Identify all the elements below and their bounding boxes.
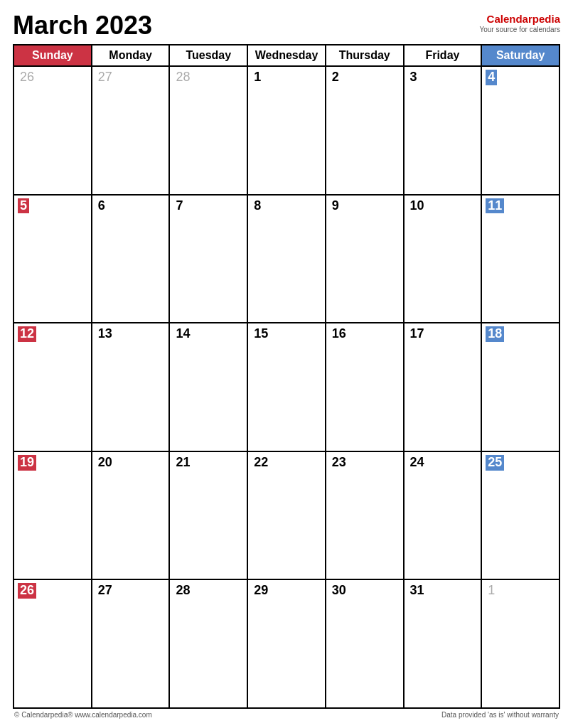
day-number: 14 — [173, 326, 192, 342]
day-cell[interactable]: 4 — [482, 67, 560, 194]
brand-name: Calendarpedia — [479, 13, 560, 26]
day-cell[interactable]: 27 — [92, 580, 171, 707]
day-number: 10 — [408, 198, 427, 214]
day-cell[interactable]: 31 — [405, 580, 483, 707]
calendar-grid: SundayMondayTuesdayWednesdayThursdayFrid… — [13, 44, 560, 709]
day-cell[interactable]: 16 — [326, 323, 405, 451]
day-cell[interactable]: 27 — [92, 67, 171, 194]
day-cell[interactable]: 6 — [92, 196, 171, 323]
day-number: 27 — [96, 583, 114, 599]
page-header: March 2023 Calendarpedia Your source for… — [13, 13, 560, 38]
day-number: 5 — [18, 198, 29, 214]
day-number: 31 — [408, 583, 427, 599]
day-number: 26 — [18, 583, 36, 599]
day-cell[interactable]: 3 — [405, 67, 483, 194]
col-header-monday: Monday — [92, 46, 171, 65]
day-cell[interactable]: 12 — [14, 323, 92, 451]
day-cell[interactable]: 9 — [326, 196, 405, 323]
day-number: 11 — [486, 198, 504, 214]
day-cell[interactable]: 30 — [326, 580, 405, 707]
day-number: 23 — [330, 455, 348, 471]
day-number: 4 — [486, 70, 497, 85]
day-number: 2 — [330, 70, 341, 85]
day-cell[interactable]: 28 — [170, 67, 248, 194]
day-number: 15 — [252, 326, 270, 342]
col-header-thursday: Thursday — [326, 46, 405, 65]
week-row-2: 12131415161718 — [14, 323, 560, 452]
day-cell[interactable]: 15 — [248, 323, 326, 451]
day-cell[interactable]: 20 — [92, 452, 171, 579]
day-cell[interactable]: 21 — [170, 452, 248, 579]
brand-red: pedia — [532, 13, 560, 25]
day-number: 9 — [330, 198, 341, 214]
day-cell[interactable]: 14 — [170, 323, 248, 451]
calendar-body: 2627281234567891011121314151617181920212… — [14, 67, 560, 709]
day-cell[interactable]: 22 — [248, 452, 326, 579]
day-number: 22 — [252, 455, 270, 471]
day-number: 17 — [408, 326, 427, 342]
day-number: 3 — [408, 70, 419, 85]
day-cell[interactable]: 24 — [405, 452, 483, 579]
week-row-4: 2627282930311 — [14, 580, 560, 709]
day-number: 12 — [18, 326, 36, 342]
day-number: 13 — [96, 326, 114, 342]
month-title: March 2023 — [13, 13, 152, 38]
calendar-header-row: SundayMondayTuesdayWednesdayThursdayFrid… — [14, 46, 560, 67]
day-cell[interactable]: 10 — [405, 196, 483, 323]
day-number: 28 — [173, 70, 192, 85]
day-number: 29 — [252, 583, 270, 599]
page-footer: © Calendarpedia® www.calendarpedia.com D… — [13, 709, 560, 721]
day-number: 28 — [173, 583, 192, 599]
day-cell[interactable]: 1 — [482, 580, 560, 707]
col-header-wednesday: Wednesday — [248, 46, 326, 65]
day-cell[interactable]: 25 — [482, 452, 560, 579]
day-cell[interactable]: 19 — [14, 452, 92, 579]
col-header-sunday: Sunday — [14, 46, 92, 65]
week-row-0: 2627281234 — [14, 67, 560, 196]
day-number: 19 — [18, 455, 36, 471]
brand-black: Calendar — [487, 13, 532, 25]
day-cell[interactable]: 13 — [92, 323, 171, 451]
day-number: 20 — [96, 455, 114, 471]
day-cell[interactable]: 1 — [248, 67, 326, 194]
footer-left: © Calendarpedia® www.calendarpedia.com — [14, 711, 152, 719]
day-cell[interactable]: 11 — [482, 196, 560, 323]
brand-logo: Calendarpedia Your source for calendars — [479, 13, 560, 34]
day-cell[interactable]: 26 — [14, 580, 92, 707]
day-cell[interactable]: 8 — [248, 196, 326, 323]
day-cell[interactable]: 26 — [14, 67, 92, 194]
day-number: 27 — [96, 70, 114, 85]
day-number: 21 — [173, 455, 192, 471]
week-row-3: 19202122232425 — [14, 452, 560, 581]
day-number: 25 — [486, 455, 504, 471]
day-number: 6 — [96, 198, 107, 214]
footer-right: Data provided 'as is' without warranty — [441, 711, 559, 719]
day-number: 1 — [252, 70, 263, 85]
day-cell[interactable]: 23 — [326, 452, 405, 579]
day-number: 7 — [173, 198, 185, 214]
day-cell[interactable]: 18 — [482, 323, 560, 451]
day-cell[interactable]: 7 — [170, 196, 248, 323]
day-cell[interactable]: 17 — [405, 323, 483, 451]
day-number: 18 — [486, 326, 504, 342]
day-number: 16 — [330, 326, 348, 342]
day-cell[interactable]: 5 — [14, 196, 92, 323]
day-number: 24 — [408, 455, 427, 471]
calendar-page: March 2023 Calendarpedia Your source for… — [0, 0, 573, 728]
day-number: 30 — [330, 583, 348, 599]
col-header-tuesday: Tuesday — [170, 46, 248, 65]
col-header-saturday: Saturday — [482, 46, 560, 65]
col-header-friday: Friday — [405, 46, 483, 65]
week-row-1: 567891011 — [14, 196, 560, 324]
day-cell[interactable]: 29 — [248, 580, 326, 707]
day-cell[interactable]: 28 — [170, 580, 248, 707]
day-cell[interactable]: 2 — [326, 67, 405, 194]
brand-tagline: Your source for calendars — [479, 26, 560, 34]
day-number: 1 — [486, 583, 497, 599]
day-number: 26 — [18, 70, 36, 85]
day-number: 8 — [252, 198, 263, 214]
